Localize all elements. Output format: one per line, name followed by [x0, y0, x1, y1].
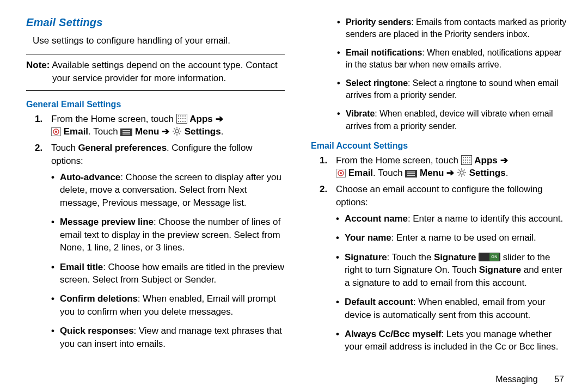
bullet-item: Email notifications: When enabled, notif…	[337, 47, 569, 71]
svg-point-12	[185, 121, 186, 122]
step: From the Home screen, touch Apps ➔ Email…	[320, 154, 569, 180]
bullet-body: : When enabled, device will vibrate when…	[346, 109, 553, 130]
gear-icon	[172, 126, 182, 136]
bullet-item: Select ringtone: Select a ringtone to so…	[337, 77, 569, 101]
step2-text: Choose an email account to configure the…	[336, 184, 543, 207]
sig-b: Signature	[434, 252, 476, 262]
divider	[26, 90, 285, 91]
svg-point-30	[463, 157, 464, 158]
step-text: From the Home screen, touch	[51, 114, 176, 124]
svg-point-32	[467, 157, 468, 158]
svg-point-1	[178, 115, 179, 117]
svg-point-2	[180, 115, 181, 117]
footer-section: Messaging	[495, 375, 537, 384]
arrow: ➔	[444, 168, 456, 178]
heading-account: Email Account Settings	[311, 141, 569, 151]
svg-point-37	[469, 160, 470, 161]
svg-point-33	[469, 157, 470, 158]
bullet-item: Default account: When enabled, email fro…	[336, 296, 569, 321]
bullet-item: Confirm deletions: When enabled, Email w…	[51, 292, 285, 318]
bullet-term: Email notifications	[346, 48, 422, 57]
bullet-body: : Enter a name to be used on email.	[391, 232, 536, 243]
page-footer: Messaging 57	[26, 375, 569, 384]
period: .	[221, 126, 224, 137]
svg-point-4	[185, 115, 186, 117]
menu-label: Menu	[135, 126, 159, 137]
menu-label: Menu	[420, 168, 444, 178]
svg-rect-17	[122, 130, 130, 131]
heading-general: General Email Settings	[26, 100, 285, 109]
svg-line-56	[463, 170, 464, 171]
bullet-term: Always Cc/Bcc myself	[345, 329, 442, 339]
bullet-term: Priority senders	[346, 17, 411, 27]
step: Choose an email account to configure the…	[320, 183, 569, 353]
svg-rect-47	[407, 174, 415, 175]
bullet-term: Default account	[345, 297, 413, 307]
manual-page: Email Settings Use settings to configure…	[0, 0, 588, 392]
right-column: Priority senders: Emails from contacts m…	[311, 16, 569, 375]
svg-line-26	[179, 133, 180, 134]
bullet-item-signature: Signature: Touch the Signature slider to…	[336, 251, 569, 289]
svg-rect-46	[407, 171, 415, 173]
svg-point-44	[340, 172, 342, 174]
email-icon	[51, 127, 61, 136]
svg-point-15	[55, 131, 57, 133]
svg-point-36	[467, 160, 468, 161]
touch-text: . Touch	[88, 126, 120, 137]
note-block: Note: Available settings depend on the a…	[26, 59, 285, 85]
svg-point-3	[182, 115, 183, 117]
apps-label: Apps	[474, 155, 498, 166]
svg-point-5	[178, 118, 179, 119]
apps-icon	[461, 155, 472, 165]
heading-email-settings: Email Settings	[26, 16, 285, 29]
bullet-term: Message preview line	[60, 217, 154, 227]
bullet-term: Select ringtone	[346, 78, 408, 88]
period: .	[506, 168, 509, 178]
email-label: Email	[64, 126, 88, 137]
general-bullets: Auto-advance: Choose the screen to displ…	[51, 171, 285, 350]
menu-icon	[405, 170, 417, 177]
apps-icon	[176, 114, 187, 124]
touch-text: . Touch	[373, 168, 405, 178]
bullet-item: Always Cc/Bcc myself: Lets you manage wh…	[336, 328, 569, 353]
svg-line-55	[463, 175, 464, 176]
svg-rect-19	[122, 134, 130, 135]
bullet-term: Account name	[345, 213, 408, 224]
bullet-term: Email title	[60, 262, 103, 272]
svg-point-20	[175, 130, 179, 133]
svg-line-25	[174, 128, 175, 130]
menu-icon	[120, 128, 132, 136]
svg-point-34	[463, 160, 464, 161]
two-column-layout: Email Settings Use settings to configure…	[26, 16, 569, 375]
svg-point-10	[180, 121, 181, 122]
bullet-term: Signature	[345, 252, 387, 262]
svg-point-40	[467, 162, 468, 163]
apps-label: Apps	[189, 114, 213, 124]
bullet-item: Your name: Enter a name to be used on em…	[336, 231, 569, 244]
divider	[26, 54, 285, 54]
bullet-item: Vibrate: When enabled, device will vibra…	[337, 108, 569, 132]
gear-icon	[457, 168, 467, 177]
svg-point-31	[465, 157, 466, 158]
bullet-item: Account name: Enter a name to identify t…	[336, 212, 569, 225]
svg-point-41	[469, 162, 470, 163]
bullet-item: Priority senders: Emails from contacts m…	[337, 16, 569, 40]
email-icon	[336, 169, 346, 177]
bullet-term: Auto-advance	[60, 172, 120, 182]
arrow: ➔	[498, 155, 508, 166]
bullet-term: Quick responses	[60, 326, 134, 336]
svg-point-49	[460, 171, 463, 174]
footer-page-number: 57	[540, 375, 564, 384]
arrow: ➔	[159, 126, 171, 137]
bullet-body: : Enter a name to identify this account.	[408, 213, 563, 224]
continued-bullets: Priority senders: Emails from contacts m…	[337, 16, 569, 132]
svg-line-57	[458, 175, 460, 176]
note-label: Note:	[26, 60, 50, 70]
left-column: Email Settings Use settings to configure…	[26, 16, 285, 375]
svg-point-39	[465, 162, 466, 163]
svg-point-6	[180, 118, 181, 119]
svg-point-35	[465, 160, 466, 161]
sig-d: Signature	[479, 265, 522, 275]
step: Touch General preferences. Configure the…	[35, 142, 285, 350]
sig-a: : Touch the	[387, 252, 434, 262]
